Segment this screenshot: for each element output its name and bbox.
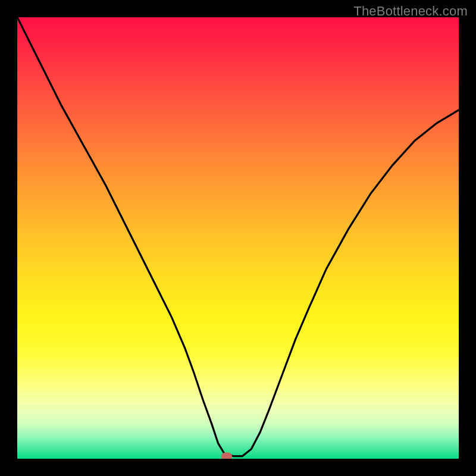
watermark-text: TheBottleneck.com — [353, 4, 468, 19]
plot-area — [17, 17, 459, 459]
curve-layer — [17, 17, 459, 459]
bottleneck-curve — [17, 17, 459, 456]
chart-stage: TheBottleneck.com — [0, 0, 476, 476]
data-marker — [221, 452, 232, 459]
